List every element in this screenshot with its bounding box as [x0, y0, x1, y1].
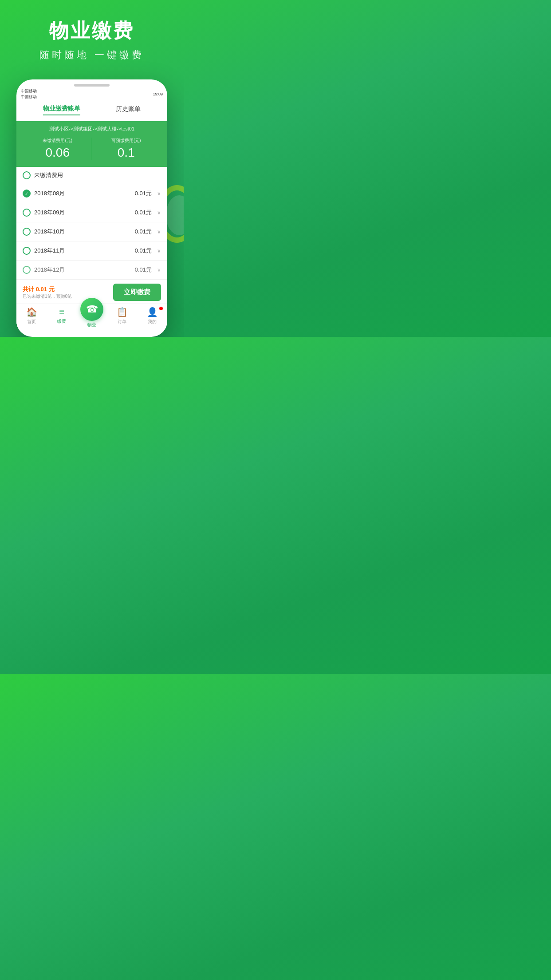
list-section-label: 未缴清费用: [34, 171, 63, 179]
chevron-icon-2: ∨: [157, 209, 161, 216]
tab-orders-label: 订单: [118, 319, 126, 325]
list-item[interactable]: 2018年08月 0.01元 ∨: [16, 184, 167, 203]
header-circle-icon: [23, 171, 31, 179]
prepaid-col: 可预缴费用(元) 0.1: [92, 138, 161, 160]
item-amount-4: 0.01元: [135, 247, 152, 255]
item-check-icon-2: [23, 209, 31, 217]
item-amount-1: 0.01元: [135, 190, 152, 198]
item-check-icon-3: [23, 228, 31, 236]
chevron-icon-5: ∨: [157, 267, 161, 273]
tab-mine[interactable]: 👤 我的: [137, 307, 167, 328]
chevron-icon-1: ∨: [157, 190, 161, 197]
tab-payment[interactable]: ≡ 缴费: [47, 307, 77, 328]
item-date-4: 2018年11月: [34, 247, 131, 255]
status-time: 19:09: [153, 92, 163, 96]
unpaid-col: 未缴清费用(元) 0.06: [24, 138, 92, 160]
tab-home[interactable]: 🏠 首页: [16, 307, 47, 328]
list-item[interactable]: 2018年12月 0.01元 ∨: [16, 261, 167, 280]
amounts-row: 未缴清费用(元) 0.06 可预缴费用(元) 0.1: [24, 138, 160, 160]
summary-unit: 元: [49, 286, 55, 292]
chevron-icon-4: ∨: [157, 248, 161, 254]
tab-orders[interactable]: 📋 订单: [107, 307, 137, 328]
list-section: 未缴清费用 2018年08月 0.01元 ∨ 2018年09月 0.01元 ∨ …: [16, 167, 167, 280]
summary-left: 共计 0.01 元 已选未缴清1笔，预缴0笔: [23, 285, 72, 300]
chevron-icon-3: ∨: [157, 229, 161, 235]
address-breadcrumb: 测试小区->测试组团->测试大楼->test01: [24, 126, 160, 132]
property-circle: ☎: [80, 298, 103, 321]
item-date-3: 2018年10月: [34, 228, 131, 236]
hero-subtitle: 随时随地 一键缴费: [9, 48, 175, 62]
tab-current-bill[interactable]: 物业缴费账单: [43, 105, 80, 115]
list-item[interactable]: 2018年11月 0.01元 ∨: [16, 241, 167, 261]
notification-dot: [159, 307, 163, 310]
tab-mine-label: 我的: [148, 319, 157, 325]
app-header: 物业缴费账单 历史账单: [16, 101, 167, 121]
tab-bar: 🏠 首页 ≡ 缴费 ☎ 物业 📋 订单: [16, 304, 167, 332]
summary-sub: 已选未缴清1笔，预缴0笔: [23, 293, 72, 300]
info-section: 测试小区->测试组团->测试大楼->test01 未缴清费用(元) 0.06 可…: [16, 121, 167, 167]
tab-history-bill[interactable]: 历史账单: [116, 105, 141, 115]
item-amount-3: 0.01元: [135, 228, 152, 236]
pay-now-button[interactable]: 立即缴费: [113, 284, 161, 301]
unpaid-value: 0.06: [24, 146, 92, 160]
item-check-icon-4: [23, 247, 31, 255]
list-header: 未缴清费用: [16, 167, 167, 184]
mine-icon: 👤: [147, 307, 158, 317]
summary-total-label: 共计: [23, 286, 34, 292]
list-item[interactable]: 2018年10月 0.01元 ∨: [16, 222, 167, 241]
list-item[interactable]: 2018年09月 0.01元 ∨: [16, 203, 167, 222]
tab-property[interactable]: ☎ 物业: [77, 298, 107, 328]
bottom-bar: 共计 0.01 元 已选未缴清1笔，预缴0笔 立即缴费 🏠 首页 ≡ 缴费: [16, 280, 167, 332]
item-date-1: 2018年08月: [34, 190, 131, 198]
item-date-2: 2018年09月: [34, 209, 131, 217]
summary-total: 共计 0.01 元: [23, 285, 72, 293]
hero-section: 物业缴费 随时随地 一键缴费: [0, 0, 184, 71]
status-bar: 中国移动 中国移动 19:09: [16, 87, 167, 101]
item-date-5: 2018年12月: [34, 266, 131, 274]
phone-icon: ☎: [86, 304, 98, 315]
item-amount-2: 0.01元: [135, 209, 152, 217]
tab-payment-label: 缴费: [57, 318, 66, 324]
orders-icon: 📋: [117, 307, 128, 317]
phone-frame: 中国移动 中国移动 19:09 物业缴费账单 历史账单 测试小区->测试组团->…: [16, 79, 167, 337]
hero-title: 物业缴费: [9, 18, 175, 44]
status-carrier: 中国移动 中国移动: [21, 88, 37, 99]
item-check-icon-1: [23, 190, 31, 198]
unpaid-label: 未缴清费用(元): [24, 138, 92, 144]
prepaid-label: 可预缴费用(元): [92, 138, 161, 144]
tab-property-label: 物业: [87, 322, 96, 328]
phone-wrapper: 中国移动 中国移动 19:09 物业缴费账单 历史账单 测试小区->测试组团->…: [0, 71, 184, 337]
tab-home-label: 首页: [27, 319, 36, 325]
prepaid-value: 0.1: [92, 146, 161, 160]
item-check-icon-5: [23, 266, 31, 274]
payment-icon: ≡: [59, 307, 64, 317]
summary-amount: 0.01: [36, 286, 47, 292]
item-amount-5: 0.01元: [135, 266, 152, 274]
home-icon: 🏠: [26, 307, 37, 317]
